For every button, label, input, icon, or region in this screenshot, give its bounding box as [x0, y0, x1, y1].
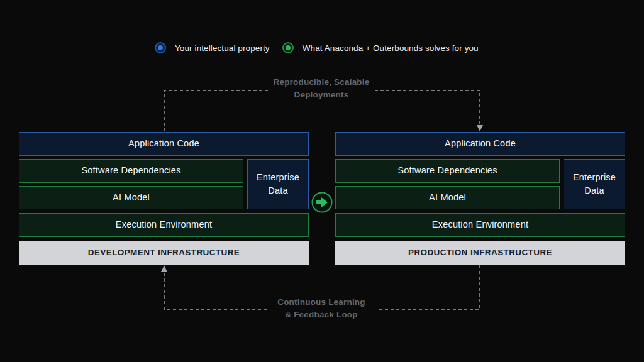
left-ai-model-box: AI Model [19, 186, 243, 209]
legend-item-anaconda-outerbounds: What Anaconda + Outerbounds solves for y… [282, 42, 479, 53]
bottom-connector-line1: Continuous Learning [240, 296, 403, 309]
right-software-dependencies-box: Software Dependencies [335, 159, 560, 183]
legend-item-intellectual-property: Your intellectual property [155, 42, 270, 53]
bottom-connector-line2: & Feedback Loop [240, 309, 403, 321]
legend: Your intellectual property What Anaconda… [155, 42, 479, 53]
green-arrow-right-icon [311, 192, 333, 213]
right-infrastructure-bar: PRODUCTION INFRASTRUCTURE [335, 241, 625, 265]
left-application-code-box: Application Code [19, 132, 309, 156]
right-execution-environment-box: Execution Environment [335, 213, 625, 237]
left-infrastructure-bar: DEVELOPMENT INFRASTRUCTURE [19, 241, 309, 265]
left-software-dependencies-box: Software Dependencies [19, 159, 243, 183]
left-enterprise-data-box: Enterprise Data [247, 159, 309, 209]
right-enterprise-data-box: Enterprise Data [564, 159, 625, 209]
diagram-canvas: Your intellectual property What Anaconda… [0, 0, 644, 362]
bottom-connector-label: Continuous Learning & Feedback Loop [240, 296, 403, 321]
arrow-up-icon [161, 265, 167, 272]
green-dot-icon [282, 42, 294, 53]
left-execution-environment-box: Execution Environment [19, 213, 309, 237]
legend-label: What Anaconda + Outerbounds solves for y… [303, 43, 479, 53]
legend-label: Your intellectual property [175, 43, 270, 53]
top-connector-line1: Reproducible, Scalable [240, 76, 403, 89]
arrow-down-icon [477, 125, 483, 131]
blue-dot-icon [155, 42, 166, 53]
right-application-code-box: Application Code [335, 132, 625, 156]
top-connector-label: Reproducible, Scalable Deployments [240, 76, 403, 101]
right-ai-model-box: AI Model [335, 186, 560, 209]
top-connector-line2: Deployments [240, 89, 403, 101]
